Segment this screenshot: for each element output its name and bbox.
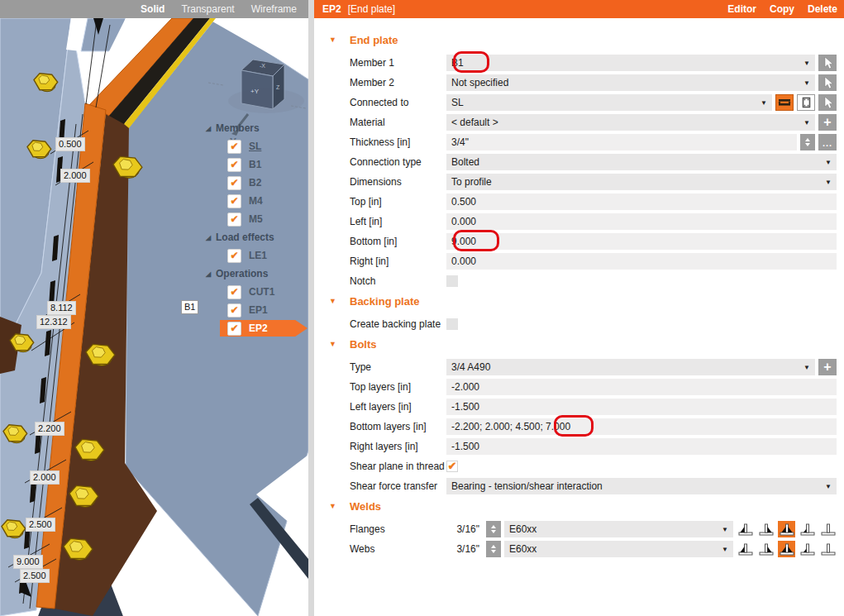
chevron-down-icon: ▼ bbox=[825, 483, 832, 490]
tree-group-members[interactable]: ◢Members bbox=[198, 119, 308, 137]
bottom-layers-input[interactable]: -2.200; 2.000; 4.500; 7.000 bbox=[446, 418, 837, 435]
right-layers-input[interactable]: -1.500 bbox=[446, 438, 837, 455]
top-layers-input[interactable]: -2.000 bbox=[446, 379, 837, 395]
checkbox-checked-icon[interactable]: ✔ bbox=[227, 140, 241, 154]
row-connection-type: Connection typeBolted▼ bbox=[329, 154, 837, 170]
member-1-select[interactable]: B1▼ bbox=[446, 55, 815, 71]
right-input[interactable]: 0.000 bbox=[446, 253, 837, 270]
bottom-input[interactable]: 9.000 bbox=[446, 233, 837, 250]
webs-weld-type-5[interactable] bbox=[819, 541, 837, 557]
member-1-pick-button[interactable] bbox=[818, 55, 837, 71]
thickness-more-button[interactable]: ... bbox=[818, 134, 837, 150]
view-mode-solid[interactable]: Solid bbox=[141, 3, 165, 15]
webs-weld-type-1[interactable] bbox=[737, 541, 754, 557]
dimensions-select[interactable]: To profile▼ bbox=[446, 174, 837, 190]
member-2-label: Member 2 bbox=[329, 77, 446, 88]
tree-group-operations[interactable]: ◢Operations bbox=[198, 265, 308, 283]
section-header-bolts[interactable]: ▼Bolts bbox=[329, 336, 837, 352]
left-input[interactable]: 0.000 bbox=[446, 213, 837, 230]
checkbox-checked-icon[interactable]: ✔ bbox=[227, 322, 241, 336]
material-select[interactable]: < default >▼ bbox=[446, 114, 815, 131]
member-2-select[interactable]: Not specified▼ bbox=[446, 74, 815, 91]
collapse-icon[interactable]: ▼ bbox=[329, 36, 350, 44]
view-mode-transparent[interactable]: Transparent bbox=[181, 3, 234, 15]
member-tag-b1: B1 bbox=[181, 300, 198, 314]
flanges-weld-type-3[interactable] bbox=[778, 521, 795, 537]
webs-weld-type-4[interactable] bbox=[799, 541, 816, 557]
dimension-label: 8.112 bbox=[47, 301, 76, 315]
checkbox-checked-icon[interactable]: ✔ bbox=[227, 158, 241, 172]
tree-item-b2[interactable]: ✔B2 bbox=[198, 174, 308, 192]
tree-item-cut1[interactable]: ✔CUT1 bbox=[198, 283, 308, 301]
webs-size-input[interactable]: 3/16" bbox=[446, 543, 483, 555]
top-input[interactable]: 0.500 bbox=[446, 193, 837, 210]
spin-down-icon bbox=[491, 530, 496, 533]
connected-to-web-toggle[interactable] bbox=[797, 94, 815, 111]
type-add-button[interactable]: + bbox=[818, 359, 837, 375]
flanges-electrode-select[interactable]: E60xx▼ bbox=[504, 521, 733, 537]
flanges-stepper[interactable] bbox=[486, 521, 501, 537]
collapse-icon[interactable]: ▼ bbox=[329, 297, 350, 305]
member-2-pick-button[interactable] bbox=[818, 74, 837, 91]
create-backing-plate-checkbox[interactable] bbox=[446, 318, 458, 330]
checkbox-checked-icon[interactable]: ✔ bbox=[227, 212, 241, 227]
left-label: Left [in] bbox=[329, 216, 446, 227]
flanges-weld-type-2[interactable] bbox=[757, 521, 775, 537]
bottom-layers-label: Bottom layers [in] bbox=[329, 421, 446, 432]
spin-down-icon bbox=[805, 143, 810, 146]
checkbox-checked-icon[interactable]: ✔ bbox=[227, 194, 241, 208]
checkbox-checked-icon[interactable]: ✔ bbox=[227, 176, 241, 190]
left-layers-input[interactable]: -1.500 bbox=[446, 399, 837, 415]
dimension-label: 2.500 bbox=[26, 518, 55, 532]
webs-electrode-select[interactable]: E60xx▼ bbox=[504, 541, 733, 557]
plate-vertical-icon bbox=[802, 97, 811, 108]
tree-item-b1[interactable]: ✔B1 bbox=[198, 155, 308, 174]
view-mode-wireframe[interactable]: Wireframe bbox=[251, 3, 297, 15]
thickness-stepper[interactable] bbox=[800, 134, 815, 150]
expander-icon[interactable]: ◢ bbox=[206, 125, 216, 132]
row-right: Right [in]0.000 bbox=[329, 253, 837, 270]
tree-item-sl[interactable]: ✔SL bbox=[198, 137, 308, 155]
checkbox-checked-icon[interactable]: ✔ bbox=[227, 303, 241, 318]
chevron-down-icon: ▼ bbox=[825, 159, 832, 166]
connection-type-select[interactable]: Bolted▼ bbox=[446, 154, 837, 170]
collapse-icon[interactable]: ▼ bbox=[329, 340, 350, 348]
section-header-backing-plate[interactable]: ▼Backing plate bbox=[329, 293, 837, 309]
splitter[interactable] bbox=[308, 0, 314, 616]
webs-weld-type-3[interactable] bbox=[778, 541, 795, 557]
connected-to-flange-toggle[interactable] bbox=[775, 94, 794, 111]
connected-to-pick-button[interactable] bbox=[818, 94, 837, 111]
collapse-icon[interactable]: ▼ bbox=[329, 502, 350, 510]
tree-item-m5[interactable]: ✔M5 bbox=[198, 210, 308, 228]
copy-button[interactable]: Copy bbox=[770, 3, 794, 15]
checkbox-checked-icon[interactable]: ✔ bbox=[227, 285, 241, 299]
tree-item-m4[interactable]: ✔M4 bbox=[198, 192, 308, 210]
webs-stepper[interactable] bbox=[486, 541, 501, 557]
section-header-end-plate[interactable]: ▼End plate bbox=[329, 31, 837, 48]
expander-icon[interactable]: ◢ bbox=[206, 234, 216, 241]
cursor-icon bbox=[822, 96, 833, 109]
type-select[interactable]: 3/4 A490▼ bbox=[446, 359, 815, 375]
tree-item-ep1[interactable]: ✔EP1 bbox=[198, 301, 308, 319]
flanges-weld-type-1[interactable] bbox=[737, 521, 754, 537]
expander-icon[interactable]: ◢ bbox=[206, 270, 216, 278]
delete-button[interactable]: Delete bbox=[808, 3, 837, 15]
thickness-input[interactable]: 3/4" bbox=[446, 134, 797, 150]
webs-weld-type-2[interactable] bbox=[757, 541, 775, 557]
shear-plane-in-thread-checkbox[interactable]: ✔ bbox=[446, 461, 458, 472]
tree-item-le1[interactable]: ✔LE1 bbox=[198, 246, 308, 265]
checkbox-checked-icon[interactable]: ✔ bbox=[227, 249, 241, 263]
tree-item-ep2[interactable]: ✔EP2 bbox=[198, 319, 308, 337]
tree-group-load-effects[interactable]: ◢Load effects bbox=[198, 228, 308, 246]
flanges-weld-type-4[interactable] bbox=[799, 521, 816, 537]
notch-checkbox[interactable] bbox=[446, 275, 458, 287]
connected-to-select[interactable]: SL▼ bbox=[446, 94, 772, 111]
material-add-button[interactable]: + bbox=[818, 114, 837, 131]
section-header-welds[interactable]: ▼Welds bbox=[329, 498, 837, 514]
flanges-weld-type-5[interactable] bbox=[819, 521, 837, 537]
row-dimensions: DimensionsTo profile▼ bbox=[329, 174, 837, 190]
3d-viewport[interactable]: +Y Z -X Y 0.5002.0008.11212.3122.2002.00… bbox=[0, 18, 308, 616]
flanges-size-input[interactable]: 3/16" bbox=[446, 523, 483, 535]
editor-button[interactable]: Editor bbox=[727, 3, 756, 15]
shear-force-transfer-select[interactable]: Bearing - tension/shear interaction▼ bbox=[446, 478, 837, 494]
